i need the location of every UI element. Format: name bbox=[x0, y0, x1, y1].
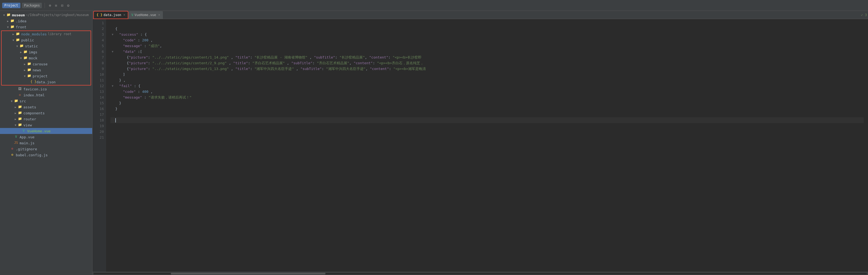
fold-21 bbox=[111, 135, 115, 140]
sidebar: ▼ 📁 museum ~/IdeaProjects/springboot/mus… bbox=[0, 11, 92, 275]
tree-imgs[interactable]: ▶ 📁 imgs bbox=[2, 49, 91, 55]
line9-pic-val: "../../static/imgs/content/1_13.png" bbox=[152, 66, 229, 72]
line13-colon: : bbox=[136, 89, 142, 94]
line11-brace: } , bbox=[119, 77, 125, 83]
line8-c4: : bbox=[373, 60, 377, 66]
tree-main-js[interactable]: JS main.js bbox=[0, 140, 92, 146]
line8-pic-key: "picture" bbox=[129, 60, 148, 66]
list-icon[interactable]: ≡ bbox=[54, 3, 58, 8]
vue-tab-close[interactable]: × bbox=[158, 13, 160, 17]
line12-brace: { bbox=[138, 83, 140, 89]
line8-c1: : bbox=[148, 60, 152, 66]
tree-public[interactable]: ▼ 📁 public bbox=[2, 37, 91, 43]
fold-7 bbox=[111, 55, 115, 60]
highlight-region: ▶ 📁 node_modules library root ▼ 📁 public… bbox=[1, 30, 91, 85]
line8-sub-val: "齐白石艺术精品展" bbox=[317, 60, 349, 66]
fold-12[interactable]: ▼ bbox=[111, 84, 115, 88]
tree-mock[interactable]: ▼ 📁 mock bbox=[2, 55, 91, 61]
tree-node-modules[interactable]: ▶ 📁 node_modules library root bbox=[2, 31, 91, 37]
src-label: src bbox=[20, 99, 26, 103]
packages-tab[interactable]: Packages bbox=[22, 3, 42, 8]
scrollbar-track[interactable] bbox=[94, 273, 867, 274]
idea-folder-icon: 📁 bbox=[10, 19, 15, 23]
project-tab[interactable]: Project bbox=[2, 3, 21, 8]
line12-colon: : bbox=[132, 83, 138, 89]
line3-key: "success" bbox=[119, 32, 138, 37]
favicon-icon: 🖼 bbox=[18, 87, 22, 91]
tree-front[interactable]: ▼ 📁 front bbox=[0, 24, 92, 30]
view-folder-icon: 📁 bbox=[18, 123, 22, 127]
tree-app-vue[interactable]: V App.vue bbox=[0, 134, 92, 140]
fold-18 bbox=[111, 118, 115, 122]
line8-cm1: , bbox=[227, 60, 233, 66]
tree-view[interactable]: ▼ 📁 view bbox=[0, 122, 92, 128]
line8-content-key: "content" bbox=[353, 60, 373, 66]
tree-favicon[interactable]: 🖼 favicon.ico bbox=[0, 86, 92, 92]
line8-c2: : bbox=[248, 60, 252, 66]
ln-11: 11 bbox=[92, 77, 104, 83]
front-label: front bbox=[16, 25, 26, 29]
assets-arrow: ▶ bbox=[13, 106, 18, 109]
tree-assets[interactable]: ▶ 📁 assets bbox=[0, 104, 92, 110]
tree-idea[interactable]: ▶ 📁 .idea bbox=[0, 18, 92, 24]
fold-3[interactable]: ▼ bbox=[111, 32, 115, 37]
ln-4: 4 bbox=[92, 37, 104, 43]
vue-tab-icon: V bbox=[131, 13, 133, 17]
code-editor[interactable]: { ▼ "success" : { "code" : 200 bbox=[106, 19, 868, 272]
components-folder-icon: 📁 bbox=[18, 111, 22, 115]
tree-project[interactable]: ▼ 📁 project bbox=[2, 73, 91, 79]
json-tab-close[interactable]: × bbox=[123, 13, 125, 17]
collapse-icon[interactable]: ⊟ bbox=[60, 3, 64, 8]
tree-vue-home[interactable]: V VueHome.vue bbox=[0, 128, 92, 134]
line5-comma: , bbox=[160, 43, 162, 49]
babel-icon: ⚙ bbox=[10, 153, 15, 157]
code-line-4: "code" : 200 , bbox=[111, 37, 864, 43]
new-icon[interactable]: ⊕ bbox=[48, 3, 52, 8]
tab-data-json[interactable]: { } data.json × bbox=[94, 11, 128, 19]
main-js-label: main.js bbox=[20, 141, 34, 145]
tree-router[interactable]: ▶ 📁 router bbox=[0, 116, 92, 122]
vue-tab-label: VueHome.vue bbox=[134, 13, 156, 17]
line3-brace: { bbox=[145, 32, 147, 37]
code-line-9: { "picture" : "../../static/imgs/content… bbox=[111, 66, 864, 72]
settings-icon[interactable]: ⚙ bbox=[66, 3, 70, 8]
data-json-icon: { } bbox=[30, 80, 35, 84]
node-modules-badge: library root bbox=[48, 32, 71, 36]
tree-gitignore[interactable]: ⊙ .gitignore bbox=[0, 146, 92, 152]
line9-cm3: , bbox=[366, 66, 370, 72]
ln-1: 1 bbox=[92, 20, 104, 26]
tree-static[interactable]: ▼ 📁 static bbox=[2, 43, 91, 49]
tab-vue-home[interactable]: V VueHome.vue × bbox=[129, 11, 163, 19]
router-label: router bbox=[23, 117, 36, 121]
tree-src[interactable]: ▼ 📁 src bbox=[0, 98, 92, 104]
code-line-19 bbox=[111, 123, 864, 129]
horizontal-scrollbar[interactable] bbox=[92, 272, 868, 275]
main-js-icon: JS bbox=[13, 141, 19, 145]
tree-babel[interactable]: ⚙ babel.config.js bbox=[0, 152, 92, 158]
line7-content-val: "<p><b>长沙窑即 bbox=[393, 54, 422, 60]
line14-val: "请求失败，请稍后再试！" bbox=[149, 94, 192, 100]
tree-news[interactable]: ▶ 📁 news bbox=[2, 67, 91, 73]
carouse-folder-icon: 📁 bbox=[27, 62, 32, 66]
code-line-17 bbox=[111, 112, 864, 117]
scrollbar-thumb[interactable] bbox=[171, 273, 326, 274]
ln-20: 20 bbox=[92, 129, 104, 135]
ln-17: 17 bbox=[92, 112, 104, 117]
line6-colon: : bbox=[136, 49, 140, 54]
carouse-arrow: ▶ bbox=[23, 63, 27, 65]
tree-root[interactable]: ▼ 📁 museum ~/IdeaProjects/springboot/mus… bbox=[0, 12, 92, 18]
ln-6: 6 bbox=[92, 49, 104, 54]
tree-index-html[interactable]: ◇ index.html bbox=[0, 92, 92, 98]
imgs-folder-icon: 📁 bbox=[23, 50, 28, 54]
fold-6[interactable]: ▼ bbox=[111, 50, 115, 54]
code-line-2: { bbox=[111, 26, 864, 32]
ln-9: 9 bbox=[92, 66, 104, 72]
line7-pic-val: "../../static/imgs/content/1_14.png" bbox=[152, 54, 229, 60]
vue-home-icon: V bbox=[21, 129, 26, 133]
tree-components[interactable]: ▶ 📁 components bbox=[0, 110, 92, 116]
tree-data-json[interactable]: { } data.json bbox=[2, 79, 91, 85]
ln-14: 14 bbox=[92, 94, 104, 100]
tree-carouse[interactable]: ▶ 📁 carouse bbox=[2, 61, 91, 67]
root-folder-icon: 📁 bbox=[6, 13, 11, 17]
fold-10 bbox=[111, 73, 115, 77]
